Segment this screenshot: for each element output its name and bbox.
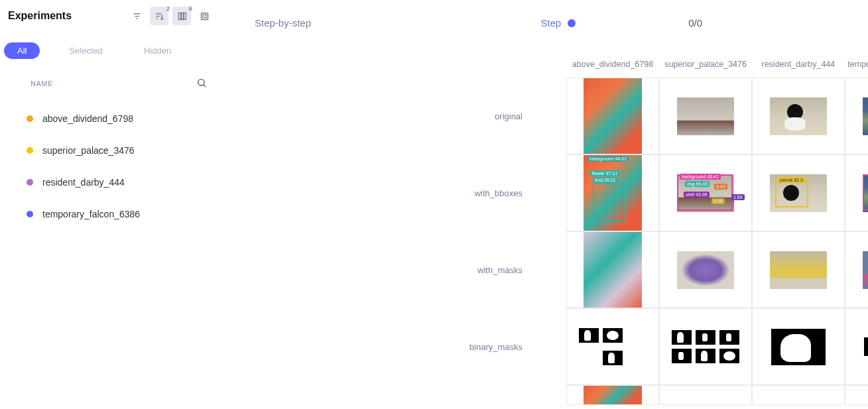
image-cell[interactable] [845, 78, 868, 154]
grid-row-binary [566, 308, 868, 385]
filter-icon[interactable] [127, 7, 146, 25]
row-label: original [219, 78, 566, 154]
image-cell[interactable] [752, 308, 845, 385]
binary-mask [719, 349, 739, 363]
sidebar-header: Experiments 2 6 [0, 7, 219, 25]
column-header: resident_darby_444 [752, 60, 845, 69]
experiment-name: resident_darby_444 [42, 177, 125, 188]
image-cell[interactable] [845, 385, 868, 405]
bbox-label: flower 37.11 [590, 170, 619, 176]
bbox-label: panda 82.6 [778, 177, 805, 183]
bbox-label: 1.04 [731, 194, 745, 200]
binary-mask-set [666, 330, 745, 363]
sort-icon[interactable]: 2 [150, 7, 168, 25]
binary-mask [696, 330, 715, 345]
step-label: Step [540, 17, 561, 29]
thumbnail: panda 82.6 [770, 174, 827, 212]
image-cell[interactable]: background 45.21 fox 83 [845, 154, 868, 231]
stepbystep-label: Step-by-step [255, 17, 311, 29]
bbox-rect [863, 174, 868, 211]
filter-tabs: All Selected Hidden [4, 42, 219, 59]
list-header: NAME [31, 78, 207, 89]
svg-rect-7 [181, 13, 183, 19]
color-dot [27, 147, 33, 154]
image-cell[interactable] [659, 385, 752, 405]
tab-selected[interactable]: Selected [57, 43, 115, 58]
list-item[interactable]: temporary_falcon_6386 [0, 198, 219, 230]
search-icon[interactable] [196, 78, 207, 89]
image-cell[interactable]: background 40.41 dog 65.43 shirt 43.89 0… [659, 154, 752, 231]
svg-rect-6 [178, 13, 180, 19]
layout-icon[interactable] [195, 7, 214, 25]
bbox-label: 0.43 [714, 184, 727, 190]
binary-mask [672, 330, 692, 345]
thumbnail [770, 97, 827, 135]
binary-mask-set [573, 328, 652, 365]
column-header: above_dividend_6798 [566, 60, 659, 69]
main: Step-by-step Step 0/0 original with_bbox… [219, 0, 868, 409]
svg-rect-10 [203, 15, 206, 18]
grid-row-original [566, 78, 868, 154]
image-cell[interactable]: background 44.62 flower 37.11 frog 39.21 [566, 154, 659, 231]
row-labels: original with_bboxes with_masks binary_m… [219, 51, 566, 405]
image-cell[interactable] [659, 231, 752, 308]
thumbnail: background 44.62 flower 37.11 frog 39.21 [584, 154, 642, 231]
image-cell[interactable] [845, 231, 868, 308]
thumbnail [584, 231, 642, 308]
grid-row-partial [566, 385, 868, 405]
tab-all[interactable]: All [4, 42, 40, 59]
thumbnail [863, 97, 868, 135]
list-header-name: NAME [31, 80, 53, 88]
row-label: binary_masks [219, 308, 566, 385]
grid-row-bboxes: background 44.62 flower 37.11 frog 39.21… [566, 154, 868, 231]
experiment-name: temporary_falcon_6386 [42, 209, 140, 219]
bbox-label: dog 65.43 [685, 181, 710, 187]
image-cell[interactable] [566, 78, 659, 154]
thumbnail: background 45.21 fox 83 [863, 174, 868, 212]
image-cell[interactable] [845, 308, 868, 385]
binary-mask [672, 349, 692, 363]
columns-icon[interactable]: 6 [172, 7, 191, 25]
image-cell[interactable] [566, 231, 659, 308]
sidebar: Experiments 2 6 All Selected Hidden NAME… [0, 0, 219, 409]
image-cell[interactable] [659, 78, 752, 154]
image-cell[interactable] [566, 308, 659, 385]
grid: above_dividend_6798 superior_palace_3476… [566, 51, 868, 405]
thumbnail [584, 78, 642, 154]
binary-mask [864, 337, 868, 356]
svg-rect-8 [184, 13, 186, 19]
color-dot [27, 115, 33, 122]
image-cell[interactable] [566, 385, 659, 405]
image-cell[interactable] [752, 78, 845, 154]
step-counter: 0/0 [688, 17, 702, 29]
bbox-label: 0.28 [712, 198, 725, 204]
color-dot [27, 211, 33, 217]
thumbnail [770, 251, 827, 289]
tab-hidden[interactable]: Hidden [132, 43, 183, 58]
bbox-label: shirt 43.89 [684, 192, 710, 198]
image-cell[interactable] [752, 385, 845, 405]
step-indicator[interactable]: Step [540, 17, 576, 29]
thumbnail [863, 251, 868, 289]
experiment-name: above_dividend_6798 [42, 113, 133, 124]
color-dot [27, 179, 33, 186]
column-header: superior_palace_3476 [659, 60, 752, 69]
image-cell[interactable] [659, 308, 752, 385]
list-item[interactable]: above_dividend_6798 [0, 103, 219, 135]
sidebar-title: Experiments [8, 10, 123, 22]
thumbnail [677, 97, 734, 135]
main-header: Step-by-step Step 0/0 [219, 17, 868, 29]
binary-mask [696, 349, 715, 363]
list-item[interactable]: resident_darby_444 [0, 166, 219, 198]
svg-point-11 [198, 80, 204, 86]
binary-mask [603, 351, 623, 365]
thumbnail: background 40.41 dog 65.43 shirt 43.89 0… [677, 174, 734, 212]
image-grid: original with_bboxes with_masks binary_m… [219, 51, 868, 405]
image-cell[interactable]: panda 82.6 [752, 154, 845, 231]
image-cell[interactable] [752, 231, 845, 308]
binary-mask [603, 328, 623, 343]
list-item[interactable]: superior_palace_3476 [0, 135, 219, 166]
svg-rect-9 [201, 13, 208, 19]
sort-badge: 2 [166, 5, 170, 12]
column-headers: above_dividend_6798 superior_palace_3476… [566, 51, 868, 78]
